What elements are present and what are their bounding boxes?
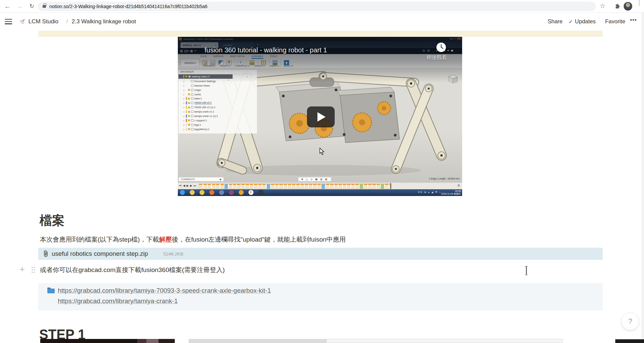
caret-icon: ▷ xyxy=(183,89,185,91)
clock-date: 2018-11-04 星期日 xyxy=(441,193,461,195)
caret-icon: ▷ xyxy=(183,119,185,122)
more-options-button[interactable]: ••• xyxy=(630,17,637,23)
vertical-scrollbar[interactable] xyxy=(641,13,644,339)
component-icon xyxy=(191,128,193,130)
updates-button[interactable]: ✓Updates xyxy=(569,18,596,25)
back-icon[interactable]: ← xyxy=(3,2,12,11)
icon-firefox xyxy=(209,190,214,195)
fusion-tree-item[interactable]: ▷ legs:1 xyxy=(178,123,257,127)
bulb-icon xyxy=(188,115,190,117)
timeline-block-blue xyxy=(267,184,270,189)
watch-later-clock-icon[interactable] xyxy=(436,43,446,52)
browser-panel-header: BROWSER xyxy=(178,70,257,74)
ribbon-group-label: ASSEMBLE ▾ xyxy=(203,65,215,67)
watch-later-label: 稍後觀看 xyxy=(427,54,456,61)
comments-panel-bar: COMMENTS◉ xyxy=(178,177,224,181)
fusion-tree-item[interactable]: ▷ 70093 v55 v2 (1):1 xyxy=(178,105,257,109)
component-icon xyxy=(191,84,193,87)
fusion-tree-item[interactable]: ▷ Joints xyxy=(178,92,257,97)
fusion-logo-icon: F xyxy=(179,38,182,41)
browser-menu-icon[interactable]: ⋮ xyxy=(636,1,641,5)
profile-avatar[interactable] xyxy=(623,2,633,11)
timeline-block-blue xyxy=(224,184,228,189)
new-tab-icon: + xyxy=(257,43,259,46)
file-attachment-block[interactable]: useful robotics component step.zip 5246.… xyxy=(38,248,603,260)
highlighted-text: 解壓 xyxy=(159,236,172,243)
youtube-play-button[interactable] xyxy=(307,106,335,127)
paperclip-icon xyxy=(43,250,49,258)
bulb-icon xyxy=(188,124,190,126)
mouse-cursor xyxy=(319,148,325,155)
caret-icon: ▷ xyxy=(181,75,182,78)
add-block-button[interactable]: + xyxy=(20,264,25,274)
component-icon xyxy=(191,89,193,91)
files-paragraph: 本次會應用到的檔案(以下為step檔)，下載解壓後，在fusion左邊欄尋找"u… xyxy=(40,235,346,244)
design-dropdown: DESIGN ▾ xyxy=(180,59,200,67)
window-controls: ▬▢✕ xyxy=(450,37,462,40)
ribbon-group-label: MODIFY ▾ xyxy=(220,65,230,67)
notion-topbar: LCM Studio / 2.3 Walking linkage robot S… xyxy=(0,13,644,30)
caret-icon: ▷ xyxy=(183,106,185,108)
fusion-tree-item[interactable]: ▷ tamiya crank v1 (1):1 xyxy=(178,114,257,118)
browser-toolbar: ← → ↻ notion.so/2-3-Walking-linkage-robo… xyxy=(0,0,644,13)
grabcad-paragraph: 或者你可以在grabcad.com直接下載fusion360檔案(需要注冊登入) xyxy=(40,266,225,274)
callout-block-bottom xyxy=(38,31,603,37)
fusion-tree-item[interactable]: ▷ base:1 xyxy=(178,96,257,101)
fusion-browser-panel: BROWSER ▷ walking robot v7 ▷ xyxy=(178,70,257,133)
caret-icon: ▷ xyxy=(183,102,185,104)
grabcad-link[interactable]: https://grabcad.com/library/tamiya-70093… xyxy=(58,285,271,296)
component-icon xyxy=(191,115,193,117)
breadcrumb-separator: / xyxy=(66,18,68,25)
ribbon-group-label: INSERT ▾ xyxy=(270,65,279,67)
caret-icon: ▷ xyxy=(183,115,185,117)
forward-icon[interactable]: → xyxy=(15,2,24,11)
fusion-tree-item[interactable]: ▷ tamiya crank v1:1 xyxy=(178,109,257,114)
maximize-icon: ▢ xyxy=(454,37,456,40)
reload-icon[interactable]: ↻ xyxy=(27,2,37,11)
breadcrumb-page-title[interactable]: 2.3 Walking linkage robot xyxy=(72,18,136,25)
timeline-marker xyxy=(390,183,391,189)
bulb-icon xyxy=(185,75,187,77)
text-cursor xyxy=(525,266,528,274)
updates-label: Updates xyxy=(575,18,596,24)
youtube-video-title[interactable]: fusion 360 tutorial - walking robot - pa… xyxy=(205,46,327,54)
fusion-tree-item[interactable]: ▷ Document Settings xyxy=(178,79,257,83)
drag-handle[interactable] xyxy=(31,266,35,273)
breadcrumb-workspace[interactable]: LCM Studio xyxy=(28,18,58,25)
favorite-button[interactable]: Favorite xyxy=(605,18,625,25)
sidebar-menu-icon[interactable] xyxy=(5,19,12,24)
extensions-puzzle-icon[interactable] xyxy=(614,3,621,10)
share-button[interactable]: Share xyxy=(548,18,563,25)
timeline-block-green xyxy=(360,184,363,189)
youtube-video-embed[interactable]: F Autodesk Fusion 360 (Education License… xyxy=(178,37,462,196)
component-icon xyxy=(191,80,193,82)
fusion-titlebar: F Autodesk Fusion 360 (Education License… xyxy=(178,37,462,41)
system-tray: EN ⊕ ▴ ◢ ⚑ ♪ xyxy=(418,191,441,194)
fusion-tree-item[interactable]: ▷ walking robot v7 xyxy=(178,74,233,79)
grabcad-link[interactable]: https://grabcad.com/library/tamiya-crank… xyxy=(58,296,271,306)
bulb-icon xyxy=(188,93,190,95)
fusion-quick-toolbar: ▦ ▤▾ ▣ ↩ xyxy=(180,49,197,53)
notion-help-button[interactable]: ? xyxy=(621,313,639,330)
close-icon: ✕ xyxy=(457,37,461,40)
dark-corner-fragment xyxy=(615,339,644,343)
horizontal-scrollbar[interactable] xyxy=(189,339,563,343)
address-bar[interactable]: notion.so/2-3-Walking-linkage-robot-d21d… xyxy=(38,2,596,11)
minimize-icon: ▬ xyxy=(450,37,453,40)
ribbon-group-label: SELECT ▾ xyxy=(284,65,293,67)
attachment-filesize: 5246.2KB xyxy=(163,251,183,256)
component-icon xyxy=(191,97,193,100)
fusion-tree-item[interactable]: ▷ Origin xyxy=(178,88,257,92)
fusion-tree-item[interactable]: ▷ 70093 v55 v2:1 xyxy=(178,101,257,105)
taskbar-clock: 15:45 2018-11-04 星期日 xyxy=(441,190,461,195)
fusion-tree-item[interactable]: ▷ legs(Mirror):1 xyxy=(178,127,257,131)
url-text[interactable]: notion.so/2-3-Walking-linkage-robot-d21d… xyxy=(49,4,208,9)
component-icon xyxy=(191,93,193,96)
attachment-filename[interactable]: useful robotics component step.zip xyxy=(52,250,148,258)
bookmark-star-icon[interactable]: ☆ xyxy=(600,2,605,10)
navigation-toolbar: ✥ ◻ ⊙ ▦ ▥ ▤ xyxy=(298,177,331,181)
timeline-play-controls: ⏮ ◀ ▶ ▶ ⏭ xyxy=(179,184,196,188)
fusion-tree-item[interactable]: ▷ L support:1 xyxy=(178,118,257,123)
horizontal-scrollbar-thumb[interactable] xyxy=(189,339,327,343)
fusion-tree-item[interactable]: ▷ Named Views xyxy=(178,83,257,88)
